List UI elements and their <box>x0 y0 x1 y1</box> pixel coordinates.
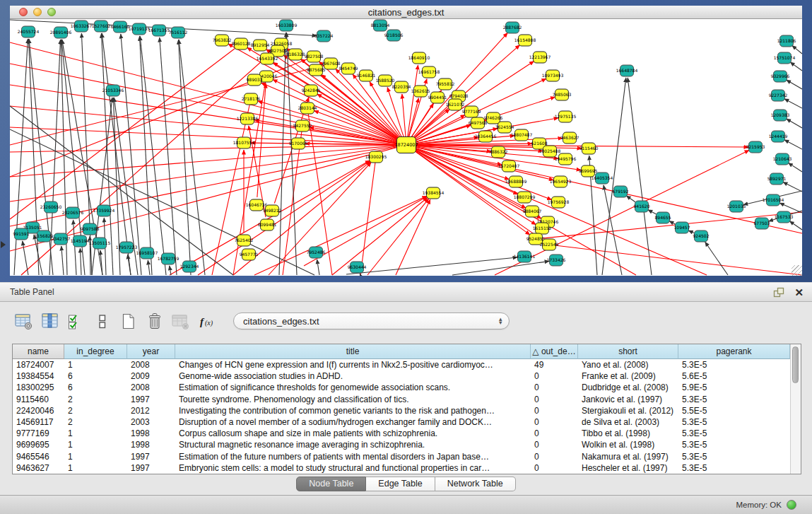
tab-network-table[interactable]: Network Table <box>435 477 516 491</box>
graph-edge[interactable] <box>367 199 429 275</box>
column-management-icon[interactable] <box>40 312 59 331</box>
graph-edge[interactable] <box>784 140 802 149</box>
graph-edge[interactable] <box>170 266 171 275</box>
graph-edge[interactable] <box>648 210 656 214</box>
graph-node-label: 1156829 <box>35 233 54 238</box>
cell-out_de: 0 <box>531 394 578 405</box>
graph-edge[interactable] <box>360 274 360 275</box>
graph-edge[interactable] <box>412 109 449 140</box>
graph-edge[interactable] <box>414 136 514 144</box>
rows-icon[interactable] <box>93 312 112 331</box>
function-builder-icon[interactable]: f(x) <box>197 312 216 331</box>
network-window-titlebar[interactable]: citations_edges.txt <box>10 6 802 19</box>
graph-edge[interactable] <box>792 45 802 54</box>
graph-node-label: 9227342 <box>769 93 788 98</box>
table-row[interactable]: 969969511998Structural magnetic resonanc… <box>13 439 801 450</box>
table-row[interactable]: 1456911722003Disruption of a novel membe… <box>13 416 801 428</box>
graph-edge[interactable] <box>789 221 802 230</box>
float-panel-icon[interactable] <box>773 287 784 298</box>
graph-edge[interactable] <box>688 230 694 233</box>
graph-edge[interactable] <box>408 98 419 138</box>
delete-trash-icon[interactable] <box>145 312 164 331</box>
table-row[interactable]: 946554611997Estimation of the future num… <box>13 451 801 462</box>
graph-node-label: 18107554 <box>233 140 255 145</box>
graph-node-label: 16046736 <box>246 202 268 207</box>
table-row[interactable]: 1938455462009Genome-wide association stu… <box>13 370 801 382</box>
graph-edge[interactable] <box>140 36 152 275</box>
graph-edge[interactable] <box>179 40 191 275</box>
graph-edge[interactable] <box>788 163 802 172</box>
graph-edge[interactable] <box>626 196 635 202</box>
graph-edge[interactable] <box>705 242 728 275</box>
graph-edge[interactable] <box>170 160 370 275</box>
cell-short: Wolkin et al. (1998) <box>578 439 678 450</box>
graph-edge[interactable] <box>452 261 549 275</box>
close-panel-icon[interactable]: ✕ <box>794 287 804 298</box>
graph-edge[interactable] <box>179 40 205 275</box>
table-selector-dropdown[interactable]: citations_edges.txt▲▼ <box>233 313 510 329</box>
graph-edge[interactable] <box>787 80 802 89</box>
new-document-icon[interactable] <box>119 312 138 331</box>
column-header-pagerank[interactable]: pagerank <box>678 344 790 359</box>
graph-edge[interactable] <box>787 119 802 128</box>
network-canvas[interactable]: 2405572420891406106332671527602646616010… <box>10 19 802 276</box>
splitter-collapse-arrow[interactable] <box>1 241 6 248</box>
graph-edge[interactable] <box>102 33 131 275</box>
graph-edge[interactable] <box>10 106 406 145</box>
column-header-out_de[interactable]: △ out_de… <box>531 344 578 359</box>
cell-pagerank: 5.3E-5 <box>678 359 790 370</box>
graph-edge[interactable] <box>360 157 376 275</box>
table-row[interactable]: 2242004622012Investigating the contribut… <box>13 405 801 416</box>
table-selector-value: citations_edges.txt <box>243 316 498 327</box>
graph-edge[interactable] <box>628 78 652 275</box>
graph-edge[interactable] <box>121 34 141 275</box>
column-header-year[interactable]: year <box>127 344 175 359</box>
tab-node-table[interactable]: Node Table <box>296 477 366 491</box>
graph-edge[interactable] <box>80 248 81 275</box>
graph-node-label: 9746266 <box>484 115 503 120</box>
graph-edge[interactable] <box>317 94 400 141</box>
table-row[interactable]: 946362711997Embryonic stem cells: a mode… <box>13 462 801 474</box>
column-header-title[interactable]: title <box>175 344 531 359</box>
graph-edge[interactable] <box>61 246 64 275</box>
graph-edge[interactable] <box>317 259 319 275</box>
graph-edge[interactable] <box>73 220 76 275</box>
graph-node-label: 1621072 <box>446 102 465 107</box>
graph-edge[interactable] <box>783 182 802 192</box>
select-all-icon[interactable] <box>66 312 86 331</box>
resize-grip[interactable] <box>792 265 802 276</box>
graph-node-label: 7625402 <box>235 238 254 243</box>
tab-edge-table[interactable]: Edge Table <box>366 477 435 491</box>
column-header-in_degree[interactable]: in_degree <box>64 344 127 359</box>
graph-edge[interactable] <box>549 245 802 275</box>
column-header-short[interactable]: short <box>578 344 678 359</box>
graph-edge[interactable] <box>346 257 517 274</box>
delete-table-disabled-icon[interactable] <box>171 312 190 331</box>
graph-edge[interactable] <box>148 260 150 275</box>
status-bar: Memory: OK <box>0 495 812 514</box>
graph-node-label: 16154808 <box>514 37 536 42</box>
table-row[interactable]: 1872400712008Changes of HCN gene express… <box>13 359 801 370</box>
graph-edge[interactable] <box>387 87 404 137</box>
graph-edge[interactable] <box>669 221 675 224</box>
memory-status-label: Memory: OK <box>736 501 782 509</box>
cell-year: 1997 <box>127 462 175 474</box>
graph-edge[interactable] <box>790 62 802 71</box>
cell-title: Structural magnetic resonance image aver… <box>175 439 531 450</box>
graph-node-label: 10688809 <box>505 179 527 184</box>
graph-edge[interactable] <box>408 65 418 137</box>
column-header-name[interactable]: name <box>13 344 64 359</box>
table-settings-icon[interactable] <box>14 312 33 331</box>
table-row[interactable]: 977716911998Corpus callosum shape and si… <box>13 428 801 439</box>
graph-edge[interactable] <box>402 94 406 137</box>
graph-node-label: 1292344 <box>180 264 199 269</box>
graph-edge[interactable] <box>784 99 802 108</box>
graph-node-label: 1167533 <box>775 214 794 219</box>
scrollbar-thumb[interactable] <box>792 346 799 383</box>
table-row[interactable]: 1830029562008Estimation of significance … <box>13 382 801 393</box>
graph-edge[interactable] <box>128 255 131 275</box>
table-row[interactable]: 911546021997Tourette syndrome. Phenomeno… <box>13 394 801 405</box>
network-graph[interactable]: 2405572420891406106332671527602646616010… <box>10 19 802 276</box>
vertical-scrollbar[interactable] <box>790 344 801 474</box>
cell-in_degree: 1 <box>64 428 127 439</box>
